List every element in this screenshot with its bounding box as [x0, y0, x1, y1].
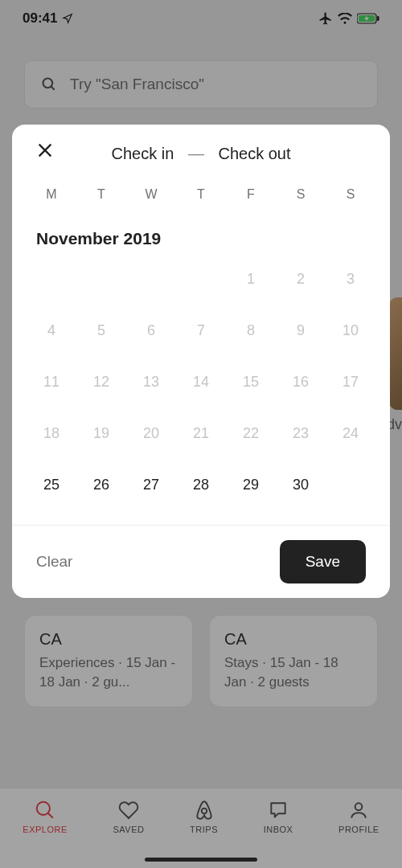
day-cell: 5	[76, 308, 126, 353]
day-empty	[76, 256, 126, 301]
day-cell: 8	[226, 308, 276, 353]
clear-button[interactable]: Clear	[36, 553, 72, 571]
day-empty	[126, 256, 176, 301]
date-picker-modal: Check in — Check out MTWTFSS November 20…	[12, 125, 390, 598]
weekday: S	[326, 187, 375, 202]
day-cell[interactable]: 27	[126, 462, 176, 507]
day-cell: 20	[126, 411, 176, 456]
close-button[interactable]	[36, 141, 60, 166]
modal-footer: Clear Save	[12, 525, 390, 583]
day-cell: 2	[276, 256, 326, 301]
day-cell: 11	[27, 359, 76, 404]
month-label: November 2019	[12, 207, 390, 256]
day-cell[interactable]: 29	[226, 462, 276, 507]
day-cell[interactable]: 28	[176, 462, 226, 507]
day-cell: 18	[27, 411, 76, 456]
day-cell[interactable]: 30	[276, 462, 326, 507]
day-cell: 23	[276, 411, 326, 456]
modal-title: Check in — Check out	[112, 145, 291, 163]
day-cell: 4	[27, 308, 76, 353]
day-empty	[27, 256, 76, 301]
day-cell: 24	[326, 411, 375, 456]
day-empty	[176, 256, 226, 301]
day-cell: 16	[276, 359, 326, 404]
day-cell: 22	[226, 411, 276, 456]
modal-header: Check in — Check out	[12, 125, 390, 182]
weekday: T	[76, 187, 126, 202]
weekday: S	[276, 187, 326, 202]
day-empty	[326, 462, 375, 507]
weekday: M	[27, 187, 76, 202]
weekday: T	[176, 187, 226, 202]
day-cell: 7	[176, 308, 226, 353]
save-button[interactable]: Save	[280, 540, 366, 583]
day-cell: 21	[176, 411, 226, 456]
weekday: W	[126, 187, 176, 202]
day-cell: 9	[276, 308, 326, 353]
checkin-label: Check in	[112, 145, 174, 162]
close-icon	[36, 141, 54, 159]
day-cell: 3	[326, 256, 375, 301]
weekday-row: MTWTFSS	[12, 182, 390, 207]
day-cell: 13	[126, 359, 176, 404]
day-cell: 6	[126, 308, 176, 353]
day-cell: 15	[226, 359, 276, 404]
weekday: F	[226, 187, 276, 202]
day-cell: 14	[176, 359, 226, 404]
day-cell: 1	[226, 256, 276, 301]
day-cell: 10	[326, 308, 375, 353]
calendar-grid: 1234567891011121314151617181920212223242…	[12, 256, 390, 507]
checkout-label: Check out	[218, 145, 290, 162]
day-cell: 12	[76, 359, 126, 404]
day-cell[interactable]: 26	[76, 462, 126, 507]
dash: —	[188, 145, 204, 162]
day-cell[interactable]: 25	[27, 462, 76, 507]
day-cell: 17	[326, 359, 375, 404]
day-cell: 19	[76, 411, 126, 456]
